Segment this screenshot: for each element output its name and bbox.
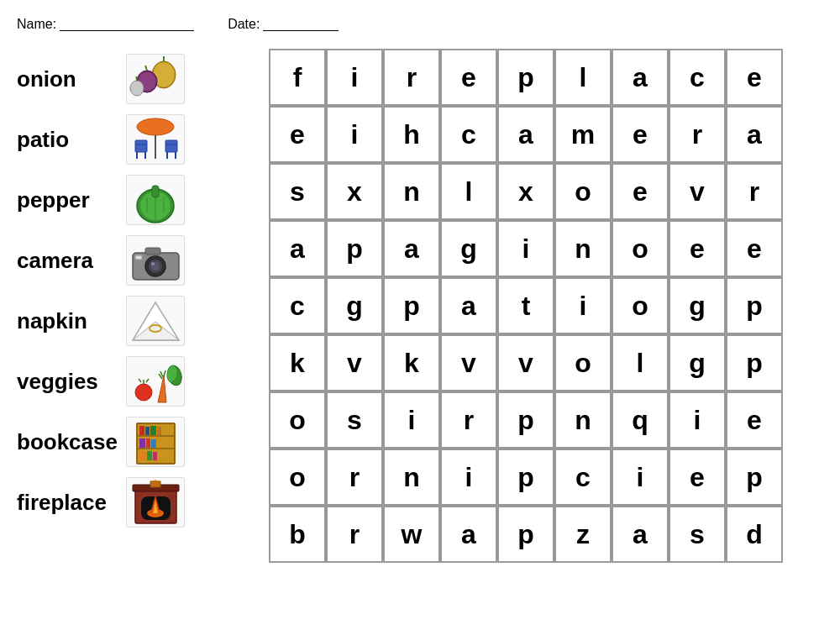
grid-cell-5-8[interactable]: p	[726, 334, 783, 391]
grid-cell-8-6[interactable]: a	[612, 506, 669, 563]
grid-cell-3-5[interactable]: n	[554, 220, 612, 277]
name-input-line[interactable]	[60, 18, 194, 31]
word-label-bookcase: bookcase	[17, 429, 118, 455]
grid-cell-8-7[interactable]: s	[669, 506, 726, 563]
grid-cell-2-7[interactable]: v	[669, 163, 726, 220]
grid-cell-2-4[interactable]: x	[497, 163, 554, 220]
grid-cell-2-5[interactable]: o	[554, 163, 612, 220]
grid-cell-1-5[interactable]: m	[554, 106, 612, 163]
name-field: Name:	[17, 17, 194, 32]
grid-cell-2-0[interactable]: s	[269, 163, 326, 220]
grid-cell-2-2[interactable]: n	[383, 163, 440, 220]
grid-cell-7-6[interactable]: i	[612, 449, 669, 506]
grid-cell-0-3[interactable]: e	[440, 49, 497, 106]
svg-rect-30	[135, 255, 142, 260]
grid-cell-8-5[interactable]: z	[554, 506, 612, 563]
grid-cell-6-6[interactable]: q	[612, 391, 669, 449]
svg-rect-49	[139, 426, 144, 435]
grid-cell-1-3[interactable]: c	[440, 106, 497, 163]
word-item-onion: onion	[17, 49, 244, 109]
grid-cell-1-8[interactable]: a	[726, 106, 783, 163]
svg-line-7	[136, 76, 137, 81]
grid-cell-0-8[interactable]: e	[726, 49, 783, 106]
grid-cell-8-4[interactable]: p	[497, 506, 554, 563]
grid-cell-3-1[interactable]: p	[326, 220, 383, 277]
grid-cell-7-2[interactable]: n	[383, 449, 440, 506]
grid-row-1: eihcamera	[269, 106, 783, 163]
grid-cell-7-1[interactable]: r	[326, 449, 383, 506]
grid-cell-5-5[interactable]: o	[554, 334, 612, 391]
grid-cell-6-2[interactable]: i	[383, 391, 440, 449]
grid-cell-6-7[interactable]: i	[669, 391, 726, 449]
grid-cell-5-7[interactable]: g	[669, 334, 726, 391]
grid-cell-7-7[interactable]: e	[669, 449, 726, 506]
grid-cell-0-1[interactable]: i	[326, 49, 383, 106]
grid-cell-3-6[interactable]: o	[612, 220, 669, 277]
grid-cell-5-2[interactable]: k	[383, 334, 440, 391]
grid-cell-2-8[interactable]: r	[726, 163, 783, 220]
word-label-veggies: veggies	[17, 369, 118, 395]
grid-cell-6-0[interactable]: o	[269, 391, 326, 449]
grid-cell-0-4[interactable]: p	[497, 49, 554, 106]
grid-cell-4-1[interactable]: g	[326, 277, 383, 334]
date-input-line[interactable]	[263, 18, 339, 31]
grid-cell-1-0[interactable]: e	[269, 106, 326, 163]
grid-cell-4-7[interactable]: g	[669, 277, 726, 334]
grid-cell-5-0[interactable]: k	[269, 334, 326, 391]
word-item-napkin: napkin	[17, 291, 244, 351]
grid-cell-2-6[interactable]: e	[612, 163, 669, 220]
svg-rect-55	[151, 439, 156, 448]
grid-cell-8-0[interactable]: b	[269, 506, 326, 563]
grid-cell-4-2[interactable]: p	[383, 277, 440, 334]
grid-cell-7-8[interactable]: p	[726, 449, 783, 506]
grid-cell-0-7[interactable]: c	[669, 49, 726, 106]
grid-cell-1-4[interactable]: a	[497, 106, 554, 163]
grid-cell-6-1[interactable]: s	[326, 391, 383, 449]
grid-cell-6-3[interactable]: r	[440, 391, 497, 449]
grid-cell-4-4[interactable]: t	[497, 277, 554, 334]
grid-cell-2-1[interactable]: x	[326, 163, 383, 220]
grid-cell-5-3[interactable]: v	[440, 334, 497, 391]
grid-cell-6-8[interactable]: e	[726, 391, 783, 449]
grid-cell-8-1[interactable]: r	[326, 506, 383, 563]
grid-cell-4-0[interactable]: c	[269, 277, 326, 334]
grid-cell-4-8[interactable]: p	[726, 277, 783, 334]
grid-cell-3-8[interactable]: e	[726, 220, 783, 277]
grid-cell-4-5[interactable]: i	[554, 277, 612, 334]
grid-cell-7-3[interactable]: i	[440, 449, 497, 506]
word-image-veggies	[126, 356, 185, 407]
grid-cell-4-3[interactable]: a	[440, 277, 497, 334]
grid-cell-0-6[interactable]: a	[612, 49, 669, 106]
word-item-veggies: veggies	[17, 351, 244, 412]
grid-cell-5-1[interactable]: v	[326, 334, 383, 391]
grid-cell-1-2[interactable]: h	[383, 106, 440, 163]
grid-cell-1-1[interactable]: i	[326, 106, 383, 163]
grid-cell-6-4[interactable]: p	[497, 391, 554, 449]
grid-cell-2-3[interactable]: l	[440, 163, 497, 220]
grid-cell-6-5[interactable]: n	[554, 391, 612, 449]
grid-cell-0-0[interactable]: f	[269, 49, 326, 106]
grid-cell-3-7[interactable]: e	[669, 220, 726, 277]
grid-cell-7-4[interactable]: p	[497, 449, 554, 506]
grid-cell-0-5[interactable]: l	[554, 49, 612, 106]
grid-cell-4-6[interactable]: o	[612, 277, 669, 334]
grid-cell-3-4[interactable]: i	[497, 220, 554, 277]
grid-cell-7-5[interactable]: c	[554, 449, 612, 506]
grid-cell-8-3[interactable]: a	[440, 506, 497, 563]
grid-cell-0-2[interactable]: r	[383, 49, 440, 106]
grid-row-7: ornipciep	[269, 449, 783, 506]
svg-point-35	[135, 384, 152, 401]
svg-rect-58	[153, 452, 157, 460]
grid-cell-3-0[interactable]: a	[269, 220, 326, 277]
word-item-pepper: pepper	[17, 170, 244, 230]
grid-cell-5-6[interactable]: l	[612, 334, 669, 391]
grid-cell-8-2[interactable]: w	[383, 506, 440, 563]
grid-row-5: kvkvvolgp	[269, 334, 783, 391]
grid-cell-7-0[interactable]: o	[269, 449, 326, 506]
grid-cell-3-3[interactable]: g	[440, 220, 497, 277]
grid-cell-5-4[interactable]: v	[497, 334, 554, 391]
grid-cell-3-2[interactable]: a	[383, 220, 440, 277]
grid-cell-1-7[interactable]: r	[669, 106, 726, 163]
grid-cell-8-8[interactable]: d	[726, 506, 783, 563]
grid-cell-1-6[interactable]: e	[612, 106, 669, 163]
